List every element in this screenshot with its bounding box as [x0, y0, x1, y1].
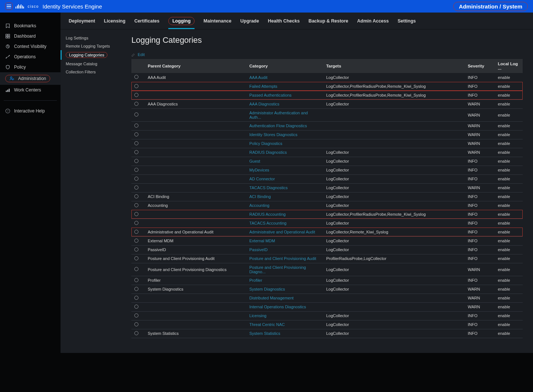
row-radio[interactable]	[134, 177, 138, 181]
table-row[interactable]: Internal Operations DiagnosticsWARNenabl…	[131, 302, 523, 311]
nav-bookmarks[interactable]: Bookmarks	[0, 21, 61, 31]
row-radio[interactable]	[134, 102, 138, 106]
sidenav-remote-logging-targets[interactable]: Remote Logging Targets	[61, 42, 123, 50]
table-row[interactable]: TACACS AccountingLogCollectorINFOenable	[131, 219, 523, 228]
tab-backup-restore[interactable]: Backup & Restore	[309, 13, 348, 29]
row-radio[interactable]	[134, 150, 138, 154]
table-row[interactable]: System DiagnosticsSystem DiagnosticsLogC…	[131, 285, 523, 294]
cell-category[interactable]: Administrator Authentication and Auth...	[247, 108, 323, 121]
cell-category[interactable]: Guest	[247, 157, 323, 166]
row-radio[interactable]	[134, 203, 138, 207]
row-radio[interactable]	[134, 93, 138, 97]
row-radio[interactable]	[134, 322, 138, 326]
cell-category[interactable]: System Diagnostics	[247, 285, 323, 294]
row-radio[interactable]	[134, 132, 138, 136]
cell-category[interactable]: AD Connector	[247, 174, 323, 183]
table-row[interactable]: Authentication Flow DiagnosticsWARNenabl…	[131, 121, 523, 130]
tab-maintenance[interactable]: Maintenance	[203, 13, 231, 29]
row-radio[interactable]	[134, 296, 138, 300]
col-severity[interactable]: Severity	[465, 59, 495, 73]
row-radio[interactable]	[134, 194, 138, 198]
table-row[interactable]: Failed AttemptsLogCollector,ProfilerRadi…	[131, 82, 523, 91]
row-radio[interactable]	[134, 185, 138, 190]
table-row[interactable]: Posture and Client Provisioning AuditPos…	[131, 254, 523, 263]
table-row[interactable]: RADIUS AccountingLogCollector,ProfilerRa…	[131, 210, 523, 219]
nav-interactive-help[interactable]: ? Interactive Help	[0, 106, 61, 116]
table-row[interactable]: MyDevicesLogCollectorINFOenable	[131, 166, 523, 174]
menu-icon[interactable]	[5, 3, 13, 10]
row-radio[interactable]	[134, 331, 138, 335]
row-radio[interactable]	[134, 159, 138, 163]
table-row[interactable]: TACACS DiagnosticsLogCollectorWARNenable	[131, 183, 523, 192]
cell-category[interactable]: AAA Audit	[247, 73, 323, 82]
cell-category[interactable]: Identity Stores Diagnostics	[247, 130, 323, 139]
table-row[interactable]: Identity Stores DiagnosticsWARNenable	[131, 130, 523, 139]
nav-context-visibility[interactable]: Context Visibility	[0, 41, 61, 52]
cell-category[interactable]: Threat Centric NAC	[247, 320, 323, 329]
row-radio[interactable]	[134, 267, 138, 271]
cell-category[interactable]: Passed Authentications	[247, 91, 323, 100]
cell-category[interactable]: TACACS Accounting	[247, 219, 323, 228]
cell-category[interactable]: RADIUS Diagnostics	[247, 148, 323, 157]
sidenav-logging-categories[interactable]: Logging Categories	[61, 50, 123, 60]
row-radio[interactable]	[134, 230, 138, 234]
table-row[interactable]: AccountingAccountingLogCollectorINFOenab…	[131, 201, 523, 210]
table-row[interactable]: System StatisticsSystem StatisticsLogCol…	[131, 329, 523, 338]
tab-settings[interactable]: Settings	[398, 13, 416, 29]
cell-category[interactable]: AAA Diagnostics	[247, 100, 323, 108]
table-row[interactable]: Policy DiagnosticsWARNenable	[131, 139, 523, 148]
cell-category[interactable]: Internal Operations Diagnostics	[247, 302, 323, 311]
tab-upgrade[interactable]: Upgrade	[240, 13, 259, 29]
cell-category[interactable]: System Statistics	[247, 329, 323, 338]
cell-category[interactable]: ACI Binding	[247, 192, 323, 201]
tab-health-checks[interactable]: Health Checks	[268, 13, 300, 29]
nav-operations[interactable]: Operations	[0, 52, 61, 62]
table-row[interactable]: Administrator Authentication and Auth...…	[131, 108, 523, 121]
cell-category[interactable]: PassiveID	[247, 245, 323, 254]
cell-category[interactable]: RADIUS Accounting	[247, 210, 323, 219]
tab-deployment[interactable]: Deployment	[69, 13, 95, 29]
row-radio[interactable]	[134, 141, 138, 145]
cell-category[interactable]: Distributed Management	[247, 294, 323, 302]
table-row[interactable]: Posture and Client Provisioning Diagnost…	[131, 263, 523, 276]
table-row[interactable]: External MDMExternal MDMLogCollectorINFO…	[131, 236, 523, 245]
cell-category[interactable]: Accounting	[247, 201, 323, 210]
table-row[interactable]: Threat Centric NACLogCollectorINFOenable	[131, 320, 523, 329]
row-radio[interactable]	[134, 239, 138, 243]
nav-administration[interactable]: Administration	[0, 72, 61, 85]
cell-category[interactable]: MyDevices	[247, 166, 323, 174]
table-row[interactable]: RADIUS DiagnosticsLogCollectorWARNenable	[131, 148, 523, 157]
row-radio[interactable]	[134, 124, 138, 128]
row-radio[interactable]	[134, 256, 138, 260]
nav-work-centers[interactable]: Work Centers	[0, 85, 61, 95]
edit-button[interactable]: Edit	[131, 52, 523, 57]
table-row[interactable]: AD ConnectorLogCollectorINFOenable	[131, 174, 523, 183]
table-row[interactable]: ProfilerProfilerLogCollectorINFOenable	[131, 276, 523, 285]
row-radio[interactable]	[134, 247, 138, 251]
row-radio[interactable]	[134, 75, 138, 79]
cell-category[interactable]: Administrative and Operational Audit	[247, 228, 323, 236]
col-parent[interactable]: Parent Category	[145, 59, 246, 73]
sidenav-message-catalog[interactable]: Message Catalog	[61, 60, 123, 68]
tab-certificates[interactable]: Certificates	[134, 13, 159, 29]
cell-category[interactable]: TACACS Diagnostics	[247, 183, 323, 192]
tab-logging[interactable]: Logging	[168, 13, 195, 29]
row-radio[interactable]	[134, 84, 138, 88]
cell-category[interactable]: External MDM	[247, 236, 323, 245]
cell-category[interactable]: Policy Diagnostics	[247, 139, 323, 148]
sidenav-collection-filters[interactable]: Collection Filters	[61, 68, 123, 76]
row-radio[interactable]	[134, 313, 138, 318]
cell-category[interactable]: Posture and Client Provisioning Audit	[247, 254, 323, 263]
nav-dashboard[interactable]: Dashboard	[0, 31, 61, 41]
table-row[interactable]: ACI BindingACI BindingLogCollectorINFOen…	[131, 192, 523, 201]
row-radio[interactable]	[134, 168, 138, 172]
tab-licensing[interactable]: Licensing	[104, 13, 125, 29]
table-row[interactable]: Distributed ManagementWARNenable	[131, 294, 523, 302]
col-targets[interactable]: Targets	[323, 59, 465, 73]
cell-category[interactable]: Failed Attempts	[247, 82, 323, 91]
row-radio[interactable]	[134, 221, 138, 225]
row-radio[interactable]	[134, 287, 138, 291]
sidenav-log-settings[interactable]: Log Settings	[61, 34, 123, 42]
cell-category[interactable]: Licensing	[247, 311, 323, 320]
cell-category[interactable]: Posture and Client Provisioning Diagno..…	[247, 263, 323, 276]
